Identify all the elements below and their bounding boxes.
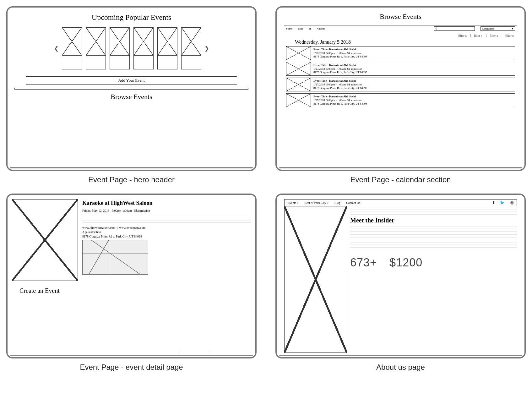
event-time: 5:00pm - 1:00am [326,83,346,86]
lorem-text [350,208,517,215]
card-body [110,56,130,69]
event-row[interactable]: Event Title - Karaoke at Ahh Sushi 1/27/… [286,46,515,60]
venue-website-link[interactable]: www.highwestsaloon.com [82,226,115,229]
separator: | [117,226,117,229]
map-placeholder[interactable] [82,240,148,275]
image-placeholder [286,78,311,91]
chevron-left-icon[interactable]: ❮ [53,45,59,52]
nav-item[interactable]: of [309,27,311,30]
wireframe-about: Events > Best of Park City > Blog Contac… [275,194,526,358]
event-admission: $$admission [134,209,150,212]
chevron-down-icon: ▾ [512,27,513,30]
about-title: Meet the Insider [350,217,517,224]
filter-chip[interactable]: filter x [470,34,482,37]
caption: Event Page - hero header [88,175,175,184]
twitter-icon[interactable]: 🐦 [500,200,505,205]
wireframe-calendar: Browse Events Some Sort of Navbar ⚲ Cate… [275,6,526,171]
event-date: 1/27/2018 [313,67,325,70]
nav-events[interactable]: Events > [288,201,299,205]
event-card[interactable] [86,27,106,69]
instagram-icon[interactable]: ◎ [510,200,513,205]
event-row[interactable]: Event Title - Karaoke at Ahh Sushi 1/27/… [286,62,515,76]
event-row[interactable]: Event Title - Karaoke at Ahh Sushi 1/27/… [286,78,515,91]
event-list: Event Title - Karaoke at Ahh Sushi 1/27/… [286,46,515,107]
window-edge [10,355,253,356]
event-title: Karaoke at HighWest Saloon [82,199,251,207]
event-card[interactable] [133,27,154,69]
nav-item[interactable]: Navbar [317,27,325,30]
event-time: 5:00pm - 1:00am [326,99,346,102]
window-edge [279,167,522,168]
dropdown-label: Categories [482,27,494,30]
event-time: 5:00pm-1:00am [112,209,132,212]
browse-title: Browse Events [281,13,520,21]
event-row[interactable]: Event Title - Karaoke at Ahh Sushi 1/27/… [286,93,515,107]
window-edge [10,167,253,168]
image-placeholder [286,94,311,107]
panel-calendar: Browse Events Some Sort of Navbar ⚲ Cate… [275,6,526,184]
event-date: Friday, May 12, 2018 [82,209,109,212]
facebook-icon[interactable]: f [493,200,494,205]
chevron-right-icon[interactable]: ❯ [204,45,210,52]
search-icon: ⚲ [435,27,437,30]
filter-chip[interactable]: filter x [458,34,467,37]
event-title: Event Title - Karaoke at Ahh Sushi [313,48,367,52]
event-address: 8178 Gorgoza Pines Rd a, Park City, UT 8… [313,102,367,106]
create-event-title: Create an Event [19,287,251,294]
add-event-button[interactable]: Add Your Event [26,76,237,85]
hero-carousel: ❮ ❯ [12,27,251,69]
browse-events-title: Browse Events [12,93,251,101]
caption: About us page [376,363,425,372]
hero-title: Upcoming Popular Events [12,13,251,22]
age-restriction: Age restriction [82,230,251,234]
filter-chip[interactable]: filter x [502,34,514,37]
event-address: 8178 Gorgoza Pines Rd a, Park City, UT 8… [313,86,367,90]
event-date: 1/27/2018 [313,52,325,55]
panel-hero: Upcoming Popular Events ❮ ❯ Add Your Eve… [6,6,257,184]
image-placeholder [133,27,154,56]
about-image-placeholder [284,206,347,353]
caption: Event Page - event detail page [80,363,183,372]
wireframe-hero: Upcoming Popular Events ❮ ❯ Add Your Eve… [6,6,257,171]
card-body [181,56,201,69]
image-placeholder [86,27,106,56]
card-body [86,56,106,69]
top-nav: Events > Best of Park City > Blog Contac… [284,199,517,206]
divider-bar [14,88,248,90]
event-card[interactable] [181,27,201,69]
event-title: Event Title - Karaoke at Ahh Sushi [313,95,367,99]
event-website-link[interactable]: www.eventpage.com [119,226,145,229]
event-address: 8178 Gorgoza Pines Rd a, Park City, UT 8… [313,55,367,59]
nav-item[interactable]: Sort [298,27,303,30]
nav-contact[interactable]: Contact Us [346,201,360,205]
search-input[interactable]: ⚲ [434,26,475,31]
image-placeholder [286,62,311,75]
event-card[interactable] [62,27,82,69]
lorem-text [350,241,517,250]
panel-detail: Karaoke at HighWest Saloon Friday, May 1… [6,194,257,371]
nav-item[interactable]: Some [286,27,293,30]
filter-chip[interactable]: filter x [486,34,498,37]
lorem-text [350,227,517,239]
wireframe-detail: Karaoke at HighWest Saloon Friday, May 1… [6,194,257,358]
event-address: 8178 Gorgoza Pines Rd a, Park City, UT 8… [82,234,251,239]
stat-count: 673+ [350,256,377,269]
panel-about: Events > Best of Park City > Blog Contac… [275,194,526,371]
window-edge [279,355,522,356]
event-admission: $$ admission [347,83,362,86]
image-placeholder [286,46,311,60]
event-title: Event Title - Karaoke at Ahh Sushi [313,79,367,83]
event-time: 5:00pm - 1:00am [326,67,346,70]
image-placeholder [157,27,177,56]
image-placeholder [62,27,82,56]
date-header: Wednesday, January 5 2018 [295,39,520,45]
form-field[interactable] [179,350,210,353]
categories-dropdown[interactable]: Categories ▾ [480,26,515,31]
nav-blog[interactable]: Blog [334,201,340,205]
event-admission: $$ admission [347,52,362,55]
nav-best[interactable]: Best of Park City > [304,201,328,205]
card-body [133,56,154,69]
event-address: 8178 Gorgoza Pines Rd a, Park City, UT 8… [313,71,367,74]
event-card[interactable] [110,27,130,69]
event-card[interactable] [157,27,177,69]
